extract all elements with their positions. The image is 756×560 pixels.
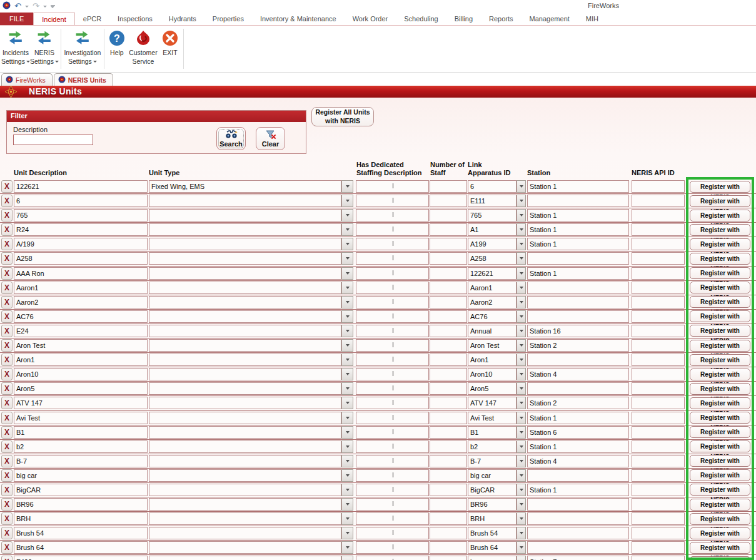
unit-description-input[interactable] (14, 267, 148, 280)
neris-api-id-input[interactable] (632, 296, 685, 308)
register-with-neris-button[interactable]: Register with NERIS (690, 195, 750, 207)
unit-type-dropdown-button[interactable] (341, 440, 353, 453)
neris-api-id-input[interactable] (632, 498, 685, 511)
menu-tab-management[interactable]: Management (522, 13, 578, 25)
unit-type-dropdown-button[interactable] (341, 498, 353, 511)
has-dedicated-staffing-cell[interactable] (356, 339, 429, 352)
has-dedicated-staffing-cell[interactable] (356, 469, 429, 482)
register-with-neris-button[interactable]: Register with NERIS (690, 397, 750, 409)
station-input[interactable] (527, 223, 629, 236)
station-input[interactable] (527, 368, 629, 380)
menu-tab-incident[interactable]: Incident (33, 13, 75, 25)
has-dedicated-staffing-cell[interactable] (356, 310, 429, 323)
delete-row-button[interactable]: X (1, 484, 13, 496)
delete-row-button[interactable]: X (1, 527, 13, 539)
tab-neris-units[interactable]: NERIS Units (54, 73, 113, 86)
link-apparatus-dropdown-button[interactable] (517, 339, 526, 352)
has-dedicated-staffing-cell[interactable] (356, 426, 429, 439)
has-dedicated-staffing-cell[interactable] (356, 440, 429, 453)
link-apparatus-id-input[interactable] (468, 498, 517, 511)
number-of-staff-input[interactable] (430, 368, 467, 380)
unit-description-input[interactable] (14, 238, 148, 250)
link-apparatus-dropdown-button[interactable] (517, 412, 526, 424)
register-with-neris-button[interactable]: Register with NERIS (690, 369, 750, 380)
register-with-neris-button[interactable]: Register with NERIS (690, 310, 750, 322)
unit-description-input[interactable] (14, 455, 148, 467)
delete-row-button[interactable]: X (1, 512, 13, 525)
register-with-neris-button[interactable]: Register with NERIS (690, 224, 750, 236)
register-with-neris-button[interactable]: Register with NERIS (690, 556, 750, 560)
unit-type-dropdown-button[interactable] (341, 252, 353, 265)
register-with-neris-button[interactable]: Register with NERIS (690, 383, 750, 395)
station-input[interactable] (527, 455, 629, 467)
link-apparatus-dropdown-button[interactable] (517, 252, 526, 265)
delete-row-button[interactable]: X (1, 282, 13, 294)
number-of-staff-input[interactable] (430, 310, 467, 323)
neris-api-id-input[interactable] (632, 310, 685, 323)
unit-description-input[interactable] (14, 512, 148, 525)
neris-api-id-input[interactable] (632, 354, 685, 366)
link-apparatus-dropdown-button[interactable] (517, 512, 526, 525)
link-apparatus-id-input[interactable] (468, 339, 517, 352)
number-of-staff-input[interactable] (430, 556, 467, 560)
has-dedicated-staffing-cell[interactable] (356, 397, 429, 409)
unit-description-input[interactable] (14, 412, 148, 424)
unit-type-dropdown-button[interactable] (341, 397, 353, 409)
has-dedicated-staffing-cell[interactable] (356, 238, 429, 250)
link-apparatus-id-input[interactable] (468, 325, 517, 337)
delete-row-button[interactable]: X (1, 426, 13, 439)
link-apparatus-id-input[interactable] (468, 354, 517, 366)
neris-api-id-input[interactable] (632, 223, 685, 236)
number-of-staff-input[interactable] (430, 252, 467, 265)
link-apparatus-dropdown-button[interactable] (517, 382, 526, 395)
link-apparatus-dropdown-button[interactable] (517, 368, 526, 380)
unit-description-input[interactable] (14, 556, 148, 560)
neris-api-id-input[interactable] (632, 339, 685, 352)
delete-row-button[interactable]: X (1, 339, 13, 352)
link-apparatus-dropdown-button[interactable] (517, 267, 526, 280)
unit-type-input[interactable] (149, 382, 341, 395)
unit-type-input[interactable] (149, 238, 341, 250)
number-of-staff-input[interactable] (430, 498, 467, 511)
link-apparatus-id-input[interactable] (468, 282, 517, 294)
neris-api-id-input[interactable] (632, 556, 685, 560)
station-input[interactable] (527, 382, 629, 395)
station-input[interactable] (527, 296, 629, 308)
unit-description-input[interactable] (14, 368, 148, 380)
link-apparatus-id-input[interactable] (468, 368, 517, 380)
link-apparatus-id-input[interactable] (468, 209, 517, 221)
link-apparatus-dropdown-button[interactable] (517, 325, 526, 337)
number-of-staff-input[interactable] (430, 339, 467, 352)
number-of-staff-input[interactable] (430, 282, 467, 294)
station-input[interactable] (527, 339, 629, 352)
register-with-neris-button[interactable]: Register with NERIS (690, 469, 750, 481)
unit-type-dropdown-button[interactable] (341, 180, 353, 193)
station-input[interactable] (527, 426, 629, 439)
station-input[interactable] (527, 325, 629, 337)
has-dedicated-staffing-cell[interactable] (356, 527, 429, 539)
delete-row-button[interactable]: X (1, 541, 13, 554)
unit-type-dropdown-button[interactable] (341, 296, 353, 308)
neris-api-id-input[interactable] (632, 469, 685, 482)
delete-row-button[interactable]: X (1, 180, 13, 193)
link-apparatus-id-input[interactable] (468, 556, 517, 560)
register-with-neris-button[interactable]: Register with NERIS (690, 267, 750, 279)
delete-row-button[interactable]: X (1, 209, 13, 221)
unit-type-input[interactable] (149, 296, 341, 308)
neris-api-id-input[interactable] (632, 252, 685, 265)
number-of-staff-input[interactable] (430, 484, 467, 496)
unit-type-input[interactable] (149, 440, 341, 453)
link-apparatus-dropdown-button[interactable] (517, 296, 526, 308)
delete-row-button[interactable]: X (1, 310, 13, 323)
link-apparatus-id-input[interactable] (468, 195, 517, 207)
link-apparatus-dropdown-button[interactable] (517, 527, 526, 539)
number-of-staff-input[interactable] (430, 382, 467, 395)
has-dedicated-staffing-cell[interactable] (356, 354, 429, 366)
register-with-neris-button[interactable]: Register with NERIS (690, 484, 750, 496)
register-with-neris-button[interactable]: Register with NERIS (690, 296, 750, 308)
delete-row-button[interactable]: X (1, 440, 13, 453)
has-dedicated-staffing-cell[interactable] (356, 223, 429, 236)
station-input[interactable] (527, 282, 629, 294)
neris-api-id-input[interactable] (632, 440, 685, 453)
investigation-settings-button[interactable]: InvestigationSettings (63, 28, 102, 69)
